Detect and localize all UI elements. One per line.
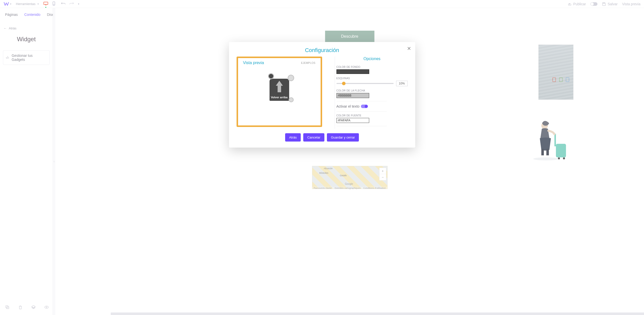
examples-link[interactable]: EJEMPLOS — [301, 62, 315, 64]
activate-text-row: Activar el texto — [336, 104, 408, 108]
bg-color-label: Color de fondo — [336, 66, 408, 68]
svg-point-2 — [54, 5, 54, 5]
configuration-modal: ✕ Configuración Vista previa EJEMPLOS Vo… — [229, 42, 415, 148]
redo-icon[interactable] — [69, 2, 74, 6]
divider — [336, 101, 387, 101]
save-close-button[interactable]: Guardar y cerrar — [327, 133, 359, 142]
font-color-input[interactable] — [336, 118, 369, 123]
arrow-color-label: Color de la flecha — [336, 89, 408, 92]
divider — [336, 111, 387, 112]
publish-label: Publicar — [573, 2, 586, 6]
background-color-field: Color de fondo — [336, 66, 408, 74]
arrow-stem — [278, 85, 281, 92]
chevron-down-icon: ▾ — [37, 3, 39, 5]
tools-menu[interactable]: Herramientas ▾ — [16, 2, 39, 6]
undo-icon[interactable] — [61, 2, 66, 6]
publish-toggle[interactable] — [590, 2, 597, 6]
close-icon[interactable]: ✕ — [407, 46, 411, 52]
divider — [336, 126, 387, 126]
mobile-view-icon[interactable] — [51, 2, 56, 6]
corners-field: Esquinas 10% — [336, 77, 408, 86]
arrow-up-icon — [276, 81, 283, 86]
cancel-button-label: Cancelar — [307, 136, 320, 139]
back-to-top-widget-preview: Volver arriba — [270, 79, 289, 101]
save-label: Salvar — [608, 2, 618, 6]
widget-text-label: Volver arriba — [270, 96, 289, 99]
widget-preview-box: Vista previa EJEMPLOS Volver arriba — [237, 57, 322, 127]
font-color-label: Color de fuente — [336, 114, 408, 117]
speech-bubble-icon — [288, 75, 294, 81]
activate-text-toggle[interactable] — [361, 105, 368, 108]
back-button-label: Atrás — [289, 136, 297, 139]
arrow-color-field: Color de la flecha — [336, 89, 408, 98]
top-toolbar: ▾ Herramientas ▾ ▾ Publicar — [0, 0, 644, 8]
back-button[interactable]: Atrás — [285, 133, 301, 142]
svg-rect-0 — [44, 2, 48, 5]
modal-overlay: ✕ Configuración Vista previa EJEMPLOS Vo… — [0, 8, 644, 315]
publish-button[interactable]: Publicar — [567, 2, 586, 6]
font-color-field: Color de fuente — [336, 114, 408, 123]
options-heading: Opciones — [336, 57, 408, 61]
preview-link-label: Vista previa — [622, 2, 640, 6]
options-panel: Opciones Color de fondo Esquinas 10% C — [335, 57, 408, 129]
corners-slider[interactable] — [336, 83, 394, 84]
bg-color-swatch[interactable] — [336, 69, 369, 74]
corners-value-input[interactable]: 10% — [396, 81, 408, 86]
save-button[interactable]: Salvar — [602, 2, 618, 6]
desktop-view-icon[interactable] — [43, 2, 48, 6]
history-chevron-icon[interactable]: ▾ — [78, 3, 79, 5]
arrow-color-input[interactable] — [336, 93, 369, 98]
speech-bubble-icon — [289, 97, 294, 102]
app-logo[interactable]: ▾ — [4, 1, 11, 7]
speech-bubble-icon — [268, 73, 274, 79]
logo-menu-chevron-icon[interactable]: ▾ — [10, 3, 11, 5]
tools-menu-label: Herramientas — [16, 2, 35, 6]
preview-heading: Vista previa — [243, 61, 264, 65]
preview-link[interactable]: Vista previa — [622, 2, 640, 6]
slider-thumb[interactable] — [342, 82, 346, 85]
modal-title: Configuración — [237, 47, 408, 54]
corners-label: Esquinas — [336, 77, 408, 80]
svg-rect-3 — [603, 3, 605, 4]
cancel-button[interactable]: Cancelar — [303, 133, 324, 142]
save-close-button-label: Guardar y cerrar — [331, 136, 355, 139]
activate-text-label: Activar el texto — [336, 104, 360, 108]
